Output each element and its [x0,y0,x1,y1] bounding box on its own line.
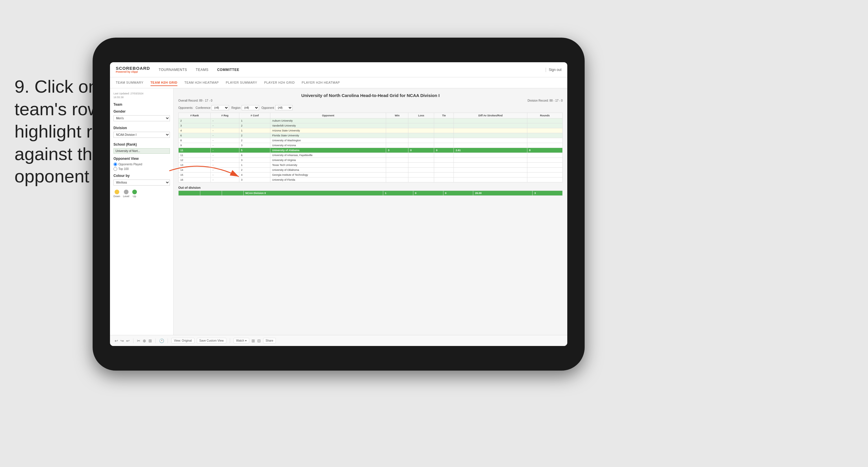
table-cell: - [211,173,239,177]
table-cell: 12 [179,158,211,163]
out-of-division-table: NCAA Division II 1 0 0 26.00 3 [178,191,563,196]
opponents-played-radio[interactable]: Opponents Played [114,163,170,166]
table-row[interactable]: 11-6University of Arkansas, Fayetteville [179,153,563,158]
share-button[interactable]: Share [263,338,276,343]
sub-nav-team-summary[interactable]: TEAM SUMMARY [116,80,144,86]
colour-by-select[interactable]: Win/loss [114,179,170,185]
table-cell: - [211,118,239,123]
legend-up: Up [132,189,137,198]
watch-button[interactable]: Watch ▾ [234,338,249,343]
region-filter: Region (All) [231,105,259,110]
table-cell: 8 [179,138,211,143]
toolbar-sep-2 [155,339,156,343]
table-cell: University of Florida [270,177,386,182]
toolbar-icon-2[interactable]: ⊟ [257,339,261,343]
top100-radio[interactable]: Top 100 [114,167,170,171]
table-row[interactable]: 13-1Texas Tech University [179,163,563,168]
nav-teams[interactable]: TEAMS [196,68,208,72]
legend-up-dot [132,189,137,194]
table-cell: University of Virginia [270,158,386,163]
table-cell: 5 [239,148,270,153]
table-cell [454,138,527,143]
col-opponent: Opponent [270,113,386,118]
toolbar-icon-1[interactable]: ⊞ [251,339,255,343]
nav-separator: | [545,67,547,72]
back-icon[interactable]: ↩ [126,339,130,343]
table-row[interactable]: 16-3University of Florida [179,177,563,182]
logo-sub: Powered by clippi [116,70,150,74]
toolbar-sep-3 [167,339,168,343]
table-row[interactable]: 6-2Florida State University [179,133,563,138]
table-cell [408,118,434,123]
main-content: Last Updated: 27/03/2024 16:55:38 Team G… [110,88,567,335]
redo-icon[interactable]: ↪ [120,339,124,343]
out-div-conf [222,191,243,196]
table-cell [408,158,434,163]
out-div-rank [179,191,200,196]
region-select[interactable]: (All) [242,105,259,110]
table-row[interactable]: 9-3University of Arizona [179,143,563,148]
division-select[interactable]: NCAA Division I [114,132,170,138]
table-cell: 16 [179,177,211,182]
grid-records: Overall Record: 89 - 17 - 0 Division Rec… [178,99,563,102]
table-row[interactable]: 14-2University of Oklahoma [179,168,563,173]
table-cell [434,163,454,168]
table-cell [386,123,408,128]
out-of-division-row[interactable]: NCAA Division II 1 0 0 26.00 3 [179,191,563,196]
toolbar-sep-4 [230,339,230,343]
table-row[interactable]: 11-5University of Alabama3002.618 [179,148,563,153]
sub-nav-player-summary[interactable]: PLAYER SUMMARY [226,80,257,86]
table-cell: - [211,148,239,153]
table-row[interactable]: 8-2University of Washington [179,138,563,143]
conference-select[interactable]: (All) [212,105,229,110]
copy-icon[interactable]: ⊕ [143,339,146,343]
gender-select[interactable]: Men's [114,115,170,121]
table-cell [454,133,527,138]
nav-tournaments[interactable]: TOURNAMENTS [159,68,187,72]
table-cell [386,128,408,133]
left-panel: Last Updated: 27/03/2024 16:55:38 Team G… [110,88,174,335]
conference-filter: Conference (All) [196,105,229,110]
table-row[interactable]: 4-1Arizona State University [179,128,563,133]
table-row[interactable]: 12-3University of Virginia [179,158,563,163]
table-cell [527,177,563,182]
top100-label: Top 100 [118,167,129,171]
table-row[interactable]: 15-4Georgia Institute of Technology [179,173,563,177]
logo-title: SCOREBOARD [116,66,150,70]
table-cell [454,128,527,133]
undo-icon[interactable]: ↩ [115,339,118,343]
table-row[interactable]: 3-2Vanderbilt University [179,123,563,128]
save-custom-button[interactable]: Save Custom View [197,338,226,343]
cut-icon[interactable]: ✂ [137,339,141,343]
grid-title: University of North Carolina Head-to-Hea… [178,93,563,98]
col-rank: # Rank [179,113,211,118]
table-cell [408,173,434,177]
opponent-select[interactable]: (All) [275,105,292,110]
table-cell [386,163,408,168]
nav-committee[interactable]: COMMITTEE [217,68,239,72]
clock-icon[interactable]: 🕐 [159,339,164,343]
grid-table: # Rank # Reg # Conf Opponent Win Loss Ti… [178,113,563,182]
table-cell [408,123,434,128]
table-cell [454,158,527,163]
school-rank-box[interactable]: University of Nort... [114,148,170,154]
table-cell: 3 [239,158,270,163]
paste-icon[interactable]: ⊞ [149,339,152,343]
opponents-played-radio-input[interactable] [114,163,117,166]
view-original-button[interactable]: View: Original [172,338,194,343]
sub-nav-team-h2h-grid[interactable]: TEAM H2H GRID [151,80,178,86]
sub-nav-player-h2h-grid[interactable]: PLAYER H2H GRID [264,80,295,86]
opponents-played-label: Opponents Played [118,163,142,166]
table-cell: Florida State University [270,133,386,138]
sub-nav-player-h2h-heatmap[interactable]: PLAYER H2H HEATMAP [302,80,340,86]
table-cell: University of Alabama [270,148,386,153]
sign-out-button[interactable]: Sign out [549,68,561,72]
colour-by-section: Colour by Win/loss [114,174,170,187]
top100-radio-input[interactable] [114,167,117,171]
sub-nav-team-h2h-heatmap[interactable]: TEAM H2H HEATMAP [184,80,219,86]
table-cell: - [211,153,239,158]
col-win: Win [386,113,408,118]
table-row[interactable]: 2-1Auburn University [179,118,563,123]
table-cell [527,158,563,163]
table-cell: 3 [239,177,270,182]
